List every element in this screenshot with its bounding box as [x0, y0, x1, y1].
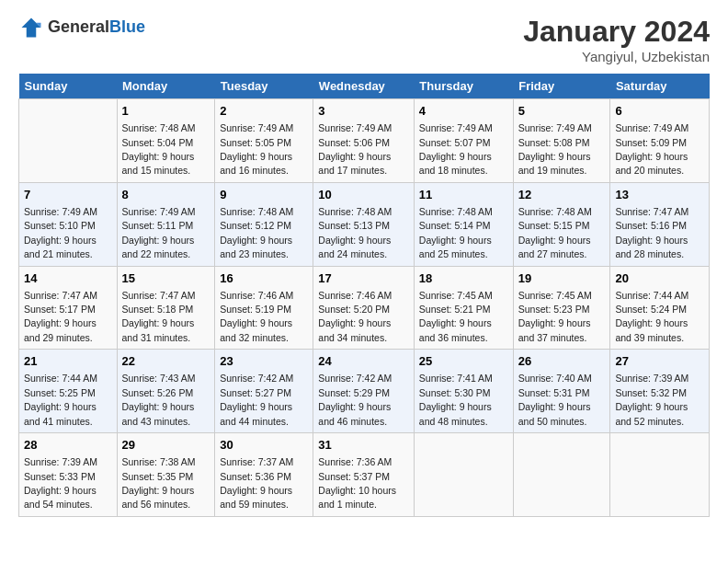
header-cell-monday: Monday: [117, 74, 215, 99]
calendar-header-row: SundayMondayTuesdayWednesdayThursdayFrid…: [19, 74, 710, 99]
cell-content: Sunrise: 7:42 AMSunset: 5:29 PMDaylight:…: [318, 373, 392, 426]
day-number: 25: [419, 353, 508, 370]
cell-content: Sunrise: 7:39 AMSunset: 5:32 PMDaylight:…: [615, 373, 688, 426]
day-number: 19: [518, 270, 606, 287]
calendar-cell: 11Sunrise: 7:48 AMSunset: 5:14 PMDayligh…: [414, 182, 513, 266]
cell-content: Sunrise: 7:40 AMSunset: 5:31 PMDaylight:…: [518, 373, 592, 426]
header-cell-sunday: Sunday: [19, 74, 118, 99]
cell-content: Sunrise: 7:45 AMSunset: 5:21 PMDaylight:…: [419, 290, 493, 343]
day-number: 7: [24, 187, 112, 203]
title-block: January 2024 Yangiyul, Uzbekistan: [523, 15, 710, 64]
calendar-cell: 10Sunrise: 7:48 AMSunset: 5:13 PMDayligh…: [313, 182, 415, 266]
cell-content: Sunrise: 7:39 AMSunset: 5:33 PMDaylight:…: [24, 456, 97, 510]
day-number: 23: [220, 353, 308, 370]
calendar-cell: 13Sunrise: 7:47 AMSunset: 5:16 PMDayligh…: [610, 182, 710, 266]
day-number: 28: [24, 437, 112, 454]
day-number: 27: [615, 353, 704, 370]
day-number: 20: [615, 270, 704, 287]
calendar-cell: 16Sunrise: 7:46 AMSunset: 5:19 PMDayligh…: [215, 266, 313, 350]
day-number: 4: [419, 103, 508, 120]
day-number: 3: [318, 103, 409, 120]
cell-content: Sunrise: 7:46 AMSunset: 5:20 PMDaylight:…: [318, 290, 392, 343]
calendar-cell: 14Sunrise: 7:47 AMSunset: 5:17 PMDayligh…: [19, 266, 118, 350]
svg-marker-1: [22, 18, 41, 38]
calendar-table: SundayMondayTuesdayWednesdayThursdayFrid…: [18, 74, 710, 517]
day-number: 1: [122, 103, 210, 120]
cell-content: Sunrise: 7:45 AMSunset: 5:23 PMDaylight:…: [518, 290, 592, 343]
day-number: 16: [220, 270, 308, 287]
day-number: 29: [122, 437, 210, 454]
day-number: 12: [518, 187, 606, 203]
calendar-cell: 1Sunrise: 7:48 AMSunset: 5:04 PMDaylight…: [117, 99, 215, 183]
cell-content: Sunrise: 7:49 AMSunset: 5:10 PMDaylight:…: [24, 206, 97, 259]
day-number: 11: [419, 187, 508, 203]
calendar-cell: 20Sunrise: 7:44 AMSunset: 5:24 PMDayligh…: [610, 266, 710, 350]
day-number: 6: [615, 103, 704, 120]
calendar-cell: 5Sunrise: 7:49 AMSunset: 5:08 PMDaylight…: [513, 99, 610, 183]
header-cell-thursday: Thursday: [414, 74, 513, 99]
calendar-cell: [513, 433, 610, 517]
cell-content: Sunrise: 7:49 AMSunset: 5:06 PMDaylight:…: [318, 122, 392, 176]
cell-content: Sunrise: 7:47 AMSunset: 5:18 PMDaylight:…: [122, 290, 196, 343]
day-number: 31: [318, 437, 409, 454]
cell-content: Sunrise: 7:38 AMSunset: 5:35 PMDaylight:…: [122, 456, 196, 510]
cell-content: Sunrise: 7:42 AMSunset: 5:27 PMDaylight:…: [220, 373, 293, 426]
calendar-cell: 26Sunrise: 7:40 AMSunset: 5:31 PMDayligh…: [513, 350, 610, 433]
calendar-cell: 7Sunrise: 7:49 AMSunset: 5:10 PMDaylight…: [19, 182, 118, 266]
day-number: 10: [318, 187, 409, 203]
cell-content: Sunrise: 7:36 AMSunset: 5:37 PMDaylight:…: [318, 456, 396, 510]
logo-general: GeneralBlue: [48, 18, 145, 37]
logo: GeneralBlue: [18, 15, 145, 40]
calendar-cell: 25Sunrise: 7:41 AMSunset: 5:30 PMDayligh…: [414, 350, 513, 433]
calendar-cell: 2Sunrise: 7:49 AMSunset: 5:05 PMDaylight…: [215, 99, 313, 183]
calendar-cell: 28Sunrise: 7:39 AMSunset: 5:33 PMDayligh…: [19, 433, 118, 517]
calendar-cell: 19Sunrise: 7:45 AMSunset: 5:23 PMDayligh…: [513, 266, 610, 350]
cell-content: Sunrise: 7:48 AMSunset: 5:04 PMDaylight:…: [122, 122, 196, 176]
day-number: 24: [318, 353, 409, 370]
day-number: 30: [220, 437, 308, 454]
page-subtitle: Yangiyul, Uzbekistan: [523, 49, 710, 64]
cell-content: Sunrise: 7:49 AMSunset: 5:07 PMDaylight:…: [419, 122, 493, 176]
header-cell-saturday: Saturday: [610, 74, 710, 99]
calendar-cell: 12Sunrise: 7:48 AMSunset: 5:15 PMDayligh…: [513, 182, 610, 266]
cell-content: Sunrise: 7:46 AMSunset: 5:19 PMDaylight:…: [220, 290, 293, 343]
day-number: 9: [220, 187, 308, 203]
cell-content: Sunrise: 7:37 AMSunset: 5:36 PMDaylight:…: [220, 456, 293, 510]
calendar-cell: 8Sunrise: 7:49 AMSunset: 5:11 PMDaylight…: [117, 182, 215, 266]
day-number: 17: [318, 270, 409, 287]
calendar-week-2: 7Sunrise: 7:49 AMSunset: 5:10 PMDaylight…: [19, 182, 710, 266]
calendar-cell: 29Sunrise: 7:38 AMSunset: 5:35 PMDayligh…: [117, 433, 215, 517]
calendar-cell: 21Sunrise: 7:44 AMSunset: 5:25 PMDayligh…: [19, 350, 118, 433]
page-title: January 2024: [523, 15, 710, 49]
page-header: GeneralBlue January 2024 Yangiyul, Uzbek…: [18, 15, 710, 64]
cell-content: Sunrise: 7:49 AMSunset: 5:09 PMDaylight:…: [615, 122, 688, 176]
cell-content: Sunrise: 7:48 AMSunset: 5:13 PMDaylight:…: [318, 206, 392, 259]
cell-content: Sunrise: 7:41 AMSunset: 5:30 PMDaylight:…: [419, 373, 493, 426]
day-number: 14: [24, 270, 112, 287]
calendar-week-3: 14Sunrise: 7:47 AMSunset: 5:17 PMDayligh…: [19, 266, 710, 350]
day-number: 18: [419, 270, 508, 287]
calendar-cell: [19, 99, 118, 183]
day-number: 26: [518, 353, 606, 370]
cell-content: Sunrise: 7:48 AMSunset: 5:15 PMDaylight:…: [518, 206, 592, 259]
calendar-cell: 27Sunrise: 7:39 AMSunset: 5:32 PMDayligh…: [610, 350, 710, 433]
calendar-cell: 24Sunrise: 7:42 AMSunset: 5:29 PMDayligh…: [313, 350, 415, 433]
calendar-cell: [610, 433, 710, 517]
calendar-week-4: 21Sunrise: 7:44 AMSunset: 5:25 PMDayligh…: [19, 350, 710, 433]
cell-content: Sunrise: 7:47 AMSunset: 5:17 PMDaylight:…: [24, 290, 97, 343]
calendar-cell: 6Sunrise: 7:49 AMSunset: 5:09 PMDaylight…: [610, 99, 710, 183]
calendar-cell: 18Sunrise: 7:45 AMSunset: 5:21 PMDayligh…: [414, 266, 513, 350]
cell-content: Sunrise: 7:47 AMSunset: 5:16 PMDaylight:…: [615, 206, 688, 259]
logo-icon: [18, 15, 44, 40]
calendar-body: 1Sunrise: 7:48 AMSunset: 5:04 PMDaylight…: [19, 99, 710, 517]
calendar-cell: [414, 433, 513, 517]
cell-content: Sunrise: 7:43 AMSunset: 5:26 PMDaylight:…: [122, 373, 196, 426]
cell-content: Sunrise: 7:48 AMSunset: 5:14 PMDaylight:…: [419, 206, 493, 259]
day-number: 15: [122, 270, 210, 287]
header-cell-tuesday: Tuesday: [215, 74, 313, 99]
cell-content: Sunrise: 7:48 AMSunset: 5:12 PMDaylight:…: [220, 206, 293, 259]
calendar-week-1: 1Sunrise: 7:48 AMSunset: 5:04 PMDaylight…: [19, 99, 710, 183]
calendar-cell: 15Sunrise: 7:47 AMSunset: 5:18 PMDayligh…: [117, 266, 215, 350]
calendar-cell: 22Sunrise: 7:43 AMSunset: 5:26 PMDayligh…: [117, 350, 215, 433]
day-number: 22: [122, 353, 210, 370]
